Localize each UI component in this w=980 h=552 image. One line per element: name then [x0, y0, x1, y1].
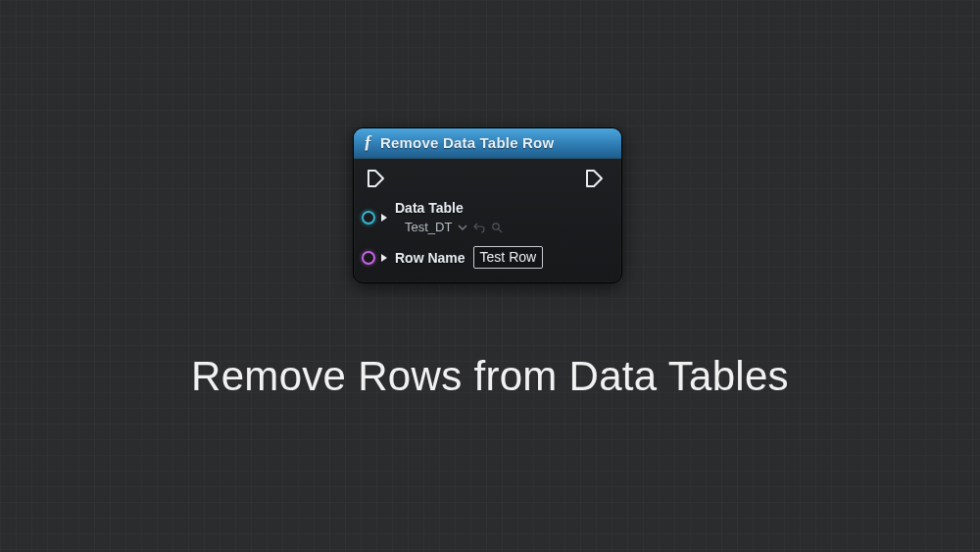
row-name-input[interactable]: Test Row	[473, 246, 544, 269]
data-table-value: Test_DT	[405, 220, 452, 234]
row-name-label: Row Name	[395, 250, 466, 266]
exec-in-pin[interactable]	[366, 169, 385, 188]
blueprint-node[interactable]: ƒ Remove Data Table Row Data Table Test_…	[353, 127, 622, 283]
pin-arrow-icon	[381, 254, 387, 262]
svg-line-1	[499, 228, 502, 231]
reset-icon[interactable]	[473, 222, 485, 233]
data-table-asset-selector[interactable]: Test_DT	[405, 220, 503, 234]
data-table-pin-row: Data Table Test_DT	[360, 200, 610, 234]
node-title: Remove Data Table Row	[380, 134, 554, 151]
function-icon: ƒ	[364, 132, 372, 153]
node-body: Data Table Test_DT Row Name	[354, 159, 621, 282]
slide-caption: Remove Rows from Data Tables	[0, 353, 980, 400]
exec-row	[360, 169, 610, 188]
row-name-pin[interactable]	[362, 251, 375, 265]
data-table-pin[interactable]	[362, 211, 375, 225]
node-header[interactable]: ƒ Remove Data Table Row	[354, 128, 621, 159]
chevron-down-icon	[458, 223, 467, 232]
svg-point-0	[493, 223, 499, 228]
exec-out-pin[interactable]	[584, 169, 604, 188]
data-table-label: Data Table	[395, 200, 503, 216]
pin-arrow-icon	[381, 214, 387, 222]
row-name-pin-row: Row Name Test Row	[360, 246, 610, 269]
search-icon[interactable]	[491, 222, 503, 233]
